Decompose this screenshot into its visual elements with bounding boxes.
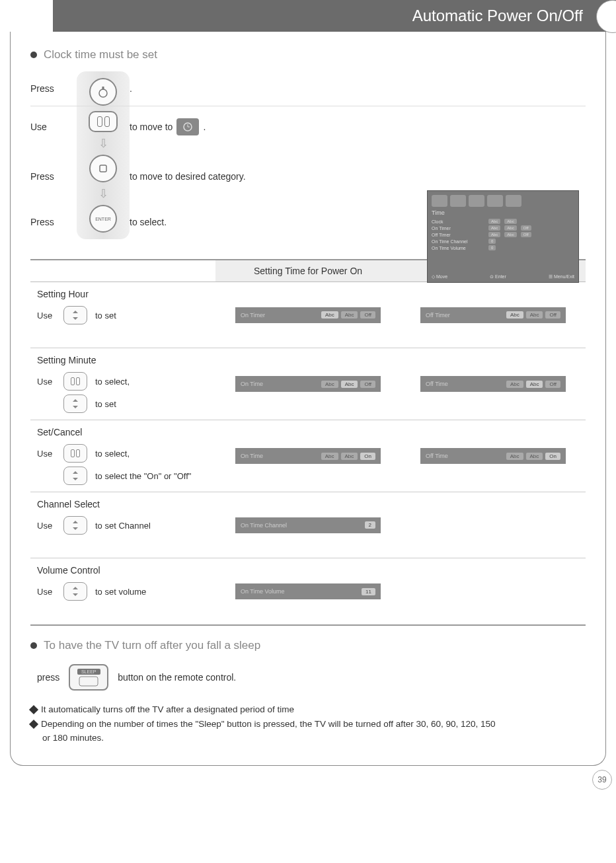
osd-strip-label: Off Timer <box>426 312 450 319</box>
inst-post: to set volume <box>95 587 209 597</box>
page-header: Automatic Power On/Off <box>53 0 616 32</box>
osd-strip-boxes: 11 <box>362 588 375 595</box>
nav-lr-icon <box>89 111 118 132</box>
table-on-cell: On Time Channel2 <box>215 492 401 558</box>
osd-strip: On TimeAbcAbcOn <box>235 448 381 464</box>
table-off-cell: Off TimerAbcAbcOff <box>401 282 586 348</box>
osd-footer-exit: ☰ Menu/Exit <box>549 274 574 280</box>
row-title: Volume Control <box>37 565 209 576</box>
updown-icon <box>63 394 87 413</box>
inst-pre: Use <box>37 311 58 320</box>
table-instruction-cell: Setting HourUseto set <box>30 282 215 348</box>
osd-row: On Time Volume0 <box>432 245 574 250</box>
osd-title: Time <box>432 209 574 216</box>
osd-strip-boxes: AbcAbcOff <box>321 311 375 319</box>
osd-strip-box: 2 <box>365 521 375 529</box>
section-sleep-heading: To have the TV turn off after you fall a… <box>30 639 586 652</box>
table-instruction-cell: Setting MinuteUseto select,to set <box>30 348 215 420</box>
bullet-icon <box>30 642 37 649</box>
table-row: Set/CancelUseto select,to select the "On… <box>30 420 586 492</box>
osd-strip-box: Abc <box>341 453 358 460</box>
osd-strip-box: Abc <box>526 311 543 319</box>
osd-value-box: Abc <box>488 219 500 224</box>
osd-tab-icon <box>487 195 503 207</box>
step1-label: Press <box>30 71 77 106</box>
svg-rect-2 <box>100 165 106 172</box>
instruction-grid: Useto set Channel <box>37 516 209 535</box>
osd-strip-box: Abc <box>526 453 543 460</box>
osd-strip-box: On <box>360 453 375 460</box>
osd-strip: Off TimerAbcAbcOff <box>420 307 566 323</box>
sleep-press-pre: press <box>37 672 59 683</box>
inst-post: to set <box>95 311 209 320</box>
table-row: Channel SelectUseto set ChannelOn Time C… <box>30 492 586 558</box>
inst-pre: Use <box>37 377 58 387</box>
osd-row-label: On Time Volume <box>432 246 484 250</box>
osd-value-box: 0 <box>488 245 496 250</box>
step3-action: to move to desired category. <box>130 159 586 194</box>
osd-value-box: Abc <box>504 232 516 237</box>
osd-strip-boxes: 2 <box>365 521 375 529</box>
inst-post: to set <box>95 399 209 409</box>
content-frame: Clock time must be set ⇩ ⇩ ENTER Press <box>10 32 606 766</box>
diamond-icon <box>29 720 38 729</box>
table-instruction-cell: Volume ControlUseto set volume <box>30 558 215 624</box>
inst-post: to select, <box>95 449 209 459</box>
sleep-button-icon: SLEEP <box>69 664 108 691</box>
sleep-button-label: SLEEP <box>77 669 100 675</box>
header-notch-circle <box>596 0 616 33</box>
osd-row: On TimerAbcAbcOff <box>432 225 574 231</box>
osd-strip-box: Abc <box>506 311 523 319</box>
step2-post: . <box>203 122 206 132</box>
row-title: Set/Cancel <box>37 427 209 437</box>
down-arrow-icon: ⇩ <box>98 188 108 200</box>
osd-strip-label: On Time <box>241 381 263 387</box>
osd-strip: On Time Channel2 <box>235 517 381 533</box>
note-1: It automatically turns off the TV after … <box>30 702 586 717</box>
osd-strip-boxes: AbcAbcOn <box>506 453 560 460</box>
osd-strip-box: Off <box>545 381 560 388</box>
page-title: Automatic Power On/Off <box>412 7 583 24</box>
section1-heading-text: Clock time must be set <box>44 48 157 61</box>
osd-strip: On Time Volume11 <box>235 583 381 599</box>
osd-strip-label: On Time Volume <box>241 588 285 595</box>
diamond-icon <box>29 705 38 714</box>
inst-post: to select, <box>95 377 209 387</box>
osd-strip-box: On <box>545 453 560 460</box>
table-off-cell <box>401 558 586 624</box>
osd-value-box: Abc <box>504 225 516 231</box>
table-off-cell <box>401 492 586 558</box>
osd-row: Off TimerAbcAbcOff <box>432 232 574 237</box>
osd-strip-box: Abc <box>526 381 543 388</box>
osd-strip: On TimerAbcAbcOff <box>235 307 381 323</box>
osd-strip-box: Off <box>360 381 375 388</box>
step2-action: to move to . <box>130 106 586 147</box>
table-row: Setting HourUseto setOn TimerAbcAbcOffOf… <box>30 282 586 348</box>
row-title: Setting Hour <box>37 289 209 299</box>
osd-footer: ◇ Move ⊙ Enter ☰ Menu/Exit <box>432 274 574 280</box>
row-title: Channel Select <box>37 499 209 509</box>
osd-row-label: Off Timer <box>432 233 484 237</box>
osd-strip-box: Abc <box>321 381 338 388</box>
osd-strip-box: Abc <box>506 381 523 388</box>
enter-label-icon: ENTER <box>89 205 117 233</box>
power-button-icon <box>89 78 117 106</box>
table-off-cell: Off TimeAbcAbcOn <box>401 420 586 492</box>
instruction-grid: Useto select,to select the "On" or "Off" <box>37 444 209 485</box>
table-instruction-cell: Channel SelectUseto set Channel <box>30 492 215 558</box>
bullet-icon <box>30 52 37 58</box>
updown-icon <box>63 306 87 324</box>
osd-strip-boxes: AbcAbcOn <box>321 453 375 460</box>
nav-lr-icon <box>63 372 87 391</box>
table-instruction-cell: Set/CancelUseto select,to select the "On… <box>30 420 215 492</box>
row-title: Setting Minute <box>37 355 209 365</box>
section-clock-heading: Clock time must be set <box>30 48 586 61</box>
table-on-cell: On TimeAbcAbcOff <box>215 348 401 420</box>
svg-rect-1 <box>102 87 104 90</box>
svg-rect-6 <box>79 677 98 686</box>
osd-strip-box: Abc <box>341 311 358 319</box>
osd-value-box: 0 <box>488 239 496 244</box>
osd-strip-label: On Time Channel <box>241 522 287 529</box>
note-2: Depending on the number of times the "Sl… <box>30 717 586 732</box>
settings-table: Setting Time for Power On Setting Time f… <box>30 259 586 626</box>
